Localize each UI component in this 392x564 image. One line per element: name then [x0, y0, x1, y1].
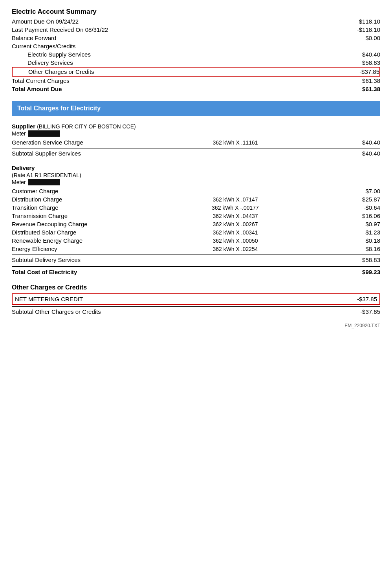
- total-current-amount: $61.38: [345, 77, 380, 84]
- energy-efficiency-row: Energy Efficiency 362 kWh X .02254 $8.16: [12, 245, 380, 253]
- net-metering-amount: -$37.85: [357, 296, 377, 302]
- generation-service-amount: $40.40: [349, 139, 380, 146]
- summary-row: Current Charges/Credits: [12, 42, 380, 50]
- supplier-label: Supplier: [12, 123, 35, 130]
- balance-forward-amount: $0.00: [345, 35, 380, 41]
- renewable-energy-calc: 362 kWh X .00050: [122, 238, 349, 244]
- delivery-meter-block: [28, 179, 60, 185]
- revenue-decoupling-calc: 362 kWh X .00267: [122, 221, 349, 227]
- energy-efficiency-calc: 362 kWh X .02254: [122, 246, 349, 252]
- electric-supply-label: Electric Supply Services: [27, 51, 345, 58]
- subtotal-other-charges-amount: -$37.85: [349, 308, 380, 315]
- transition-charge-calc: 362 kWh X -.00177: [122, 205, 349, 211]
- supplier-sub: (BILLING FOR CITY OF BOSTON CCE): [37, 123, 136, 130]
- summary-row-delivery: Delivery Services $58.83: [12, 59, 380, 67]
- total-charges-header: Total Charges for Electricity: [12, 101, 380, 116]
- delivery-header: Delivery: [12, 165, 380, 171]
- energy-efficiency-amount: $8.16: [349, 245, 380, 252]
- summary-row-total-due: Total Amount Due $61.38: [12, 85, 380, 93]
- summary-row: Last Payment Received On 08/31/22 -$118.…: [12, 26, 380, 34]
- transmission-charge-label: Transmission Charge: [12, 212, 122, 219]
- energy-efficiency-label: Energy Efficiency: [12, 245, 122, 252]
- summary-row-label: Amount Due On 09/24/22: [12, 18, 345, 25]
- generation-service-charge-row: Generation Service Charge 362 kWh X .111…: [12, 138, 380, 146]
- customer-charge-label: Customer Charge: [12, 188, 122, 194]
- customer-charge-amount: $7.00: [349, 188, 380, 194]
- delivery-services-label: Delivery Services: [27, 59, 345, 66]
- summary-row: Amount Due On 09/24/22 $118.10: [12, 17, 380, 26]
- summary-row-amount: -$118.10: [345, 26, 380, 33]
- transmission-charge-calc: 362 kWh X .04437: [122, 213, 349, 219]
- net-metering-row: NET METERING CREDIT -$37.85: [12, 293, 380, 305]
- summary-row-total-current: Total Current Charges $61.38: [12, 77, 380, 85]
- delivery-section: Delivery (Rate A1 R1 RESIDENTIAL) Meter …: [12, 165, 380, 276]
- distributed-solar-amount: $1.23: [349, 229, 380, 236]
- renewable-energy-label: Renewable Energy Charge: [12, 237, 122, 244]
- revenue-decoupling-label: Revenue Decoupling Charge: [12, 221, 122, 227]
- subtotal-other-charges-label: Subtotal Other Charges or Credits: [12, 308, 122, 315]
- summary-row-other-charges: Other Charges or Credits -$37.85: [12, 67, 380, 77]
- summary-balance-forward-row: Balance Forward $0.00: [12, 34, 380, 42]
- supplier-header: Supplier (BILLING FOR CITY OF BOSTON CCE…: [12, 123, 380, 130]
- total-current-label: Total Current Charges: [12, 77, 345, 84]
- total-amount-due-amount: $61.38: [345, 86, 380, 92]
- summary-row-label: Current Charges/Credits: [12, 43, 345, 49]
- footer-ref: EM_220920.TXT: [12, 323, 380, 328]
- other-charges-section: Other Charges or Credits NET METERING CR…: [12, 284, 380, 316]
- distribution-charge-row: Distribution Charge 362 kWh X .07147 $25…: [12, 195, 380, 203]
- distribution-charge-label: Distribution Charge: [12, 196, 122, 203]
- total-cost-electricity-row: Total Cost of Electricity $99.23: [12, 266, 380, 276]
- net-metering-label: NET METERING CREDIT: [15, 296, 83, 302]
- revenue-decoupling-charge-row: Revenue Decoupling Charge 362 kWh X .002…: [12, 220, 380, 228]
- transmission-charge-row: Transmission Charge 362 kWh X .04437 $16…: [12, 212, 380, 220]
- total-amount-due-label: Total Amount Due: [12, 86, 345, 92]
- generation-service-label: Generation Service Charge: [12, 139, 122, 146]
- delivery-meter-label: Meter: [12, 179, 26, 185]
- renewable-energy-amount: $0.18: [349, 237, 380, 244]
- subtotal-supplier-amount: $40.40: [349, 150, 380, 157]
- subtotal-delivery-row: Subtotal Delivery Services $58.83: [12, 255, 380, 264]
- other-charges-summary-amount: -$37.85: [344, 68, 379, 75]
- delivery-rate-sub: (Rate A1 R1 RESIDENTIAL): [12, 172, 380, 178]
- distributed-solar-calc: 362 kWh X .00341: [122, 229, 349, 236]
- balance-forward-label: Balance Forward: [12, 35, 345, 41]
- delivery-meter-row: Meter: [12, 179, 380, 185]
- supplier-section: Supplier (BILLING FOR CITY OF BOSTON CCE…: [12, 123, 380, 157]
- transition-charge-amount: -$0.64: [349, 204, 380, 211]
- generation-service-calc: 362 kWh X .11161: [122, 139, 349, 146]
- supplier-meter-row: Meter: [12, 130, 380, 137]
- subtotal-supplier-label: Subtotal Supplier Services: [12, 150, 122, 157]
- customer-charge-row: Customer Charge $7.00: [12, 187, 380, 195]
- total-cost-electricity-amount: $99.23: [349, 269, 380, 275]
- transition-charge-row: Transition Charge 362 kWh X -.00177 -$0.…: [12, 203, 380, 212]
- summary-row-label: Last Payment Received On 08/31/22: [12, 26, 345, 33]
- distributed-solar-label: Distributed Solar Charge: [12, 229, 122, 236]
- distribution-charge-amount: $25.87: [349, 196, 380, 203]
- electric-supply-amount: $40.40: [345, 51, 380, 58]
- electric-account-summary: Electric Account Summary Amount Due On 0…: [12, 8, 380, 93]
- subtotal-supplier-row: Subtotal Supplier Services $40.40: [12, 148, 380, 157]
- summary-title: Electric Account Summary: [12, 8, 380, 16]
- subtotal-delivery-amount: $58.83: [349, 256, 380, 263]
- transition-charge-label: Transition Charge: [12, 204, 122, 211]
- other-charges-summary-label: Other Charges or Credits: [28, 68, 344, 75]
- summary-row-amount: $118.10: [345, 18, 380, 25]
- summary-row-amount: [345, 43, 380, 49]
- subtotal-delivery-label: Subtotal Delivery Services: [12, 256, 122, 263]
- total-cost-electricity-label: Total Cost of Electricity: [12, 269, 122, 275]
- subtotal-other-charges-row: Subtotal Other Charges or Credits -$37.8…: [12, 306, 380, 316]
- transmission-charge-amount: $16.06: [349, 212, 380, 219]
- distribution-charge-calc: 362 kWh X .07147: [122, 196, 349, 203]
- supplier-meter-block: [28, 130, 60, 137]
- renewable-energy-charge-row: Renewable Energy Charge 362 kWh X .00050…: [12, 236, 380, 245]
- revenue-decoupling-amount: $0.97: [349, 221, 380, 227]
- distributed-solar-charge-row: Distributed Solar Charge 362 kWh X .0034…: [12, 228, 380, 236]
- delivery-services-amount: $58.83: [345, 59, 380, 66]
- summary-row-electric-supply: Electric Supply Services $40.40: [12, 50, 380, 59]
- supplier-meter-label: Meter: [12, 130, 26, 137]
- other-charges-title: Other Charges or Credits: [12, 284, 380, 291]
